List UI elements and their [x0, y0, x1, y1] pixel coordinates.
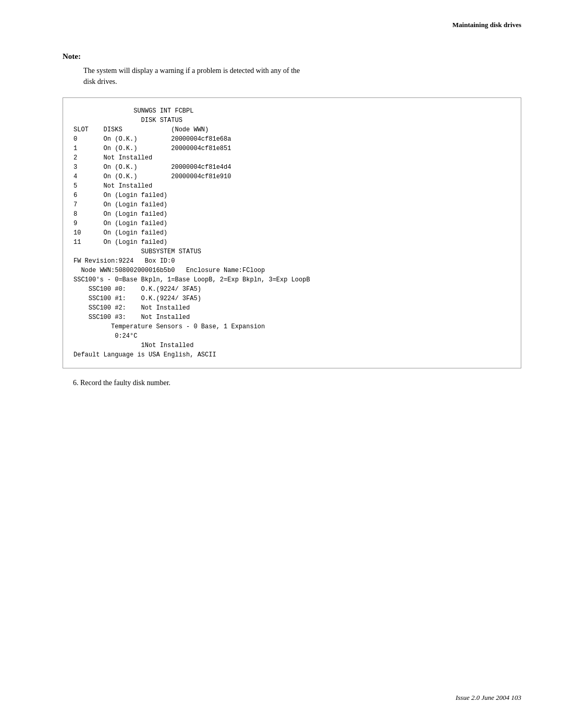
step6-text: 6. Record the faulty disk number.	[73, 379, 521, 387]
code-block: SUNWGS INT FCBPL DISK STATUS SLOT DISKS …	[63, 97, 521, 368]
header-right: Maintaining disk drives	[452, 21, 521, 29]
page-container: Maintaining disk drives Note: The system…	[0, 0, 563, 728]
footer: Issue 2.0 June 2004 103	[456, 694, 521, 702]
note-section: Note: The system will display a warning …	[63, 52, 521, 87]
header-title: Maintaining disk drives	[452, 21, 521, 29]
code-content: SUNWGS INT FCBPL DISK STATUS SLOT DISKS …	[74, 107, 310, 359]
note-text: The system will display a warning if a p…	[83, 65, 521, 87]
note-title: Note:	[63, 52, 521, 61]
